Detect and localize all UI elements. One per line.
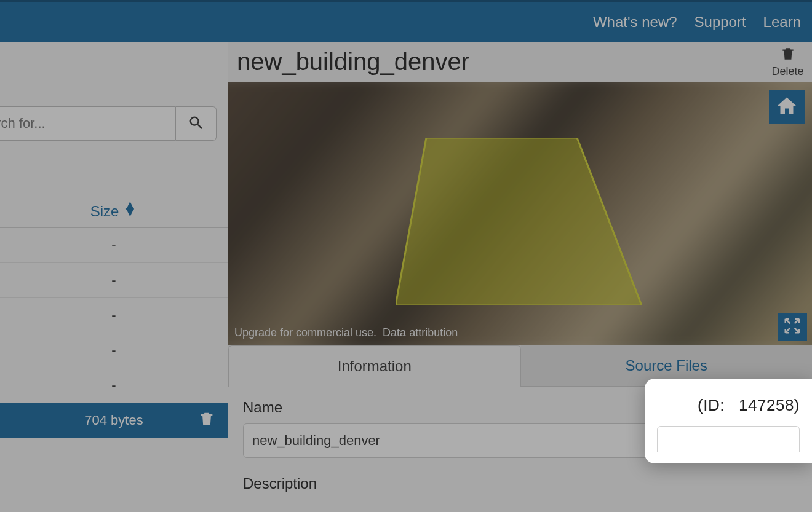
- search-button[interactable]: [176, 106, 217, 141]
- svg-marker-0: [396, 138, 642, 305]
- name-field-slice: [657, 426, 800, 452]
- support-link[interactable]: Support: [695, 14, 746, 31]
- list-item-selected[interactable]: 704 bytes: [0, 403, 228, 438]
- size-column-header[interactable]: Size▲▼: [0, 195, 228, 228]
- learn-link[interactable]: Learn: [763, 14, 801, 31]
- data-attribution-link[interactable]: Data attribution: [383, 326, 458, 339]
- description-label: Description: [243, 475, 797, 492]
- list-item[interactable]: -: [0, 368, 228, 403]
- sort-icon: ▲▼: [122, 202, 137, 215]
- name-label: Name: [243, 399, 282, 416]
- left-panel: Size▲▼ - - - - - 704 bytes: [0, 42, 228, 512]
- trash-icon[interactable]: [198, 410, 215, 431]
- fullscreen-button[interactable]: [778, 313, 807, 341]
- asset-title: new_building_denver: [228, 42, 763, 82]
- topbar: What's new? Support Learn: [0, 0, 812, 42]
- geometry-overlay: [396, 138, 642, 305]
- id-label: (ID:: [698, 396, 725, 414]
- home-icon: [776, 95, 798, 119]
- list-item[interactable]: -: [0, 298, 228, 333]
- search-icon: [188, 114, 205, 133]
- home-button[interactable]: [769, 90, 805, 124]
- id-value: 147258): [739, 396, 800, 414]
- list-item[interactable]: -: [0, 263, 228, 298]
- spotlight-callout: (ID: 147258): [645, 379, 812, 463]
- delete-button[interactable]: Delete: [763, 42, 812, 82]
- attribution-text: Upgrade for commercial use. Data attribu…: [234, 326, 458, 339]
- whats-new-link[interactable]: What's new?: [593, 14, 677, 31]
- list-item[interactable]: -: [0, 333, 228, 368]
- trash-icon: [780, 53, 796, 63]
- list-item[interactable]: -: [0, 228, 228, 263]
- expand-icon: [783, 317, 802, 337]
- map-preview[interactable]: Upgrade for commercial use. Data attribu…: [228, 82, 812, 345]
- tab-information[interactable]: Information: [228, 345, 521, 387]
- search-input[interactable]: [0, 106, 176, 141]
